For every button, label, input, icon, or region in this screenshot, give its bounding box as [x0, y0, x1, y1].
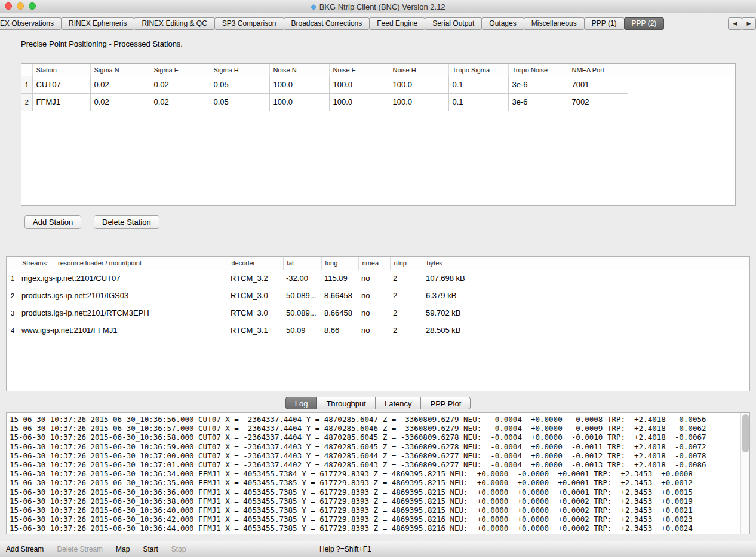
stream-bytes-cell[interactable]: 59.702 kB — [423, 304, 472, 322]
streams-col-header-bytes[interactable]: bytes — [423, 257, 472, 270]
stream-bytes-cell[interactable]: 107.698 kB — [423, 270, 472, 287]
station-cell[interactable]: 7002 — [568, 93, 628, 111]
station-col-header-sigma-n[interactable]: Sigma N — [90, 64, 150, 76]
stream-row-3[interactable]: 3products.igs-ip.net:2101/RTCM3EPHRTCM_3… — [7, 304, 749, 322]
station-cell[interactable]: 7001 — [568, 76, 628, 93]
stream-long-cell[interactable]: 8.66458 — [321, 287, 358, 304]
tab-miscellaneous[interactable]: Miscellaneous — [524, 17, 585, 30]
stream-decoder-cell[interactable]: RTCM_3.0 — [228, 287, 283, 304]
station-cell[interactable]: 100.0 — [389, 76, 448, 93]
station-col-header-tropo-noise[interactable]: Tropo Noise — [508, 64, 568, 76]
streams-resource-header[interactable]: Streams:resource loader / mountpoint — [19, 257, 228, 270]
stream-lat-cell[interactable]: -32.00 — [283, 270, 321, 287]
stream-nmea-cell[interactable]: no — [358, 322, 390, 339]
station-col-header-noise-h[interactable]: Noise H — [389, 64, 448, 76]
station-row-cut07[interactable]: 1CUT070.020.020.05100.0100.0100.00.13e-6… — [21, 76, 735, 93]
stream-long-cell[interactable]: 115.89 — [321, 270, 358, 287]
tab-outages[interactable]: Outages — [481, 17, 524, 30]
stream-lat-cell[interactable]: 50.089... — [283, 304, 321, 322]
station-cell[interactable]: 0.05 — [210, 93, 269, 111]
station-cell[interactable]: 100.0 — [329, 93, 389, 111]
view-tab-throughput[interactable]: Throughput — [316, 397, 376, 409]
station-col-header-nmea-port[interactable]: NMEA Port — [568, 64, 628, 76]
station-col-header-sigma-e[interactable]: Sigma E — [150, 64, 210, 76]
tab-feed-engine[interactable]: Feed Engine — [369, 17, 425, 30]
stream-lat-cell[interactable]: 50.09 — [283, 322, 321, 339]
tab-ex-observations[interactable]: EX Observations — [0, 17, 62, 30]
view-tab-latency[interactable]: Latency — [375, 397, 422, 409]
station-cell[interactable]: 0.05 — [210, 76, 269, 93]
stream-nmea-cell[interactable]: no — [358, 304, 390, 322]
tab-rinex-editing-qc[interactable]: RINEX Editing & QC — [134, 17, 214, 30]
station-col-header-station[interactable]: Station — [32, 64, 90, 76]
stream-decoder-cell[interactable]: RTCM_3.0 — [228, 304, 283, 322]
station-cell[interactable]: 0.02 — [90, 76, 150, 93]
stream-ntrip-cell[interactable]: 2 — [390, 270, 423, 287]
minimize-button[interactable] — [17, 2, 24, 10]
tab-sp3-comparison[interactable]: SP3 Comparison — [214, 17, 284, 30]
station-cell[interactable]: 100.0 — [269, 76, 329, 93]
tab-rinex-ephemeris[interactable]: RINEX Ephemeris — [61, 17, 134, 30]
statusbar-action-delete-stream[interactable]: Delete Stream — [57, 545, 103, 553]
tab-broadcast-corrections[interactable]: Broadcast Corrections — [284, 17, 370, 30]
zoom-button[interactable] — [29, 2, 36, 10]
station-col-header-tropo-sigma[interactable]: Tropo Sigma — [448, 64, 508, 76]
streams-col-header-ntrip[interactable]: ntrip — [390, 257, 423, 270]
stream-bytes-cell[interactable]: 6.379 kB — [423, 287, 472, 304]
station-cell[interactable]: 3e-6 — [508, 76, 568, 93]
stream-row-4[interactable]: 4www.igs-ip.net:2101/FFMJ1RTCM_3.150.098… — [7, 322, 749, 339]
streams-col-header-nmea[interactable]: nmea — [358, 257, 390, 270]
statusbar-action-stop[interactable]: Stop — [171, 545, 186, 553]
station-cell[interactable]: 0.02 — [90, 93, 150, 111]
tab-serial-output[interactable]: Serial Output — [425, 17, 482, 30]
station-cell[interactable]: 0.1 — [448, 76, 508, 93]
stream-resource-cell[interactable]: products.igs-ip.net:2101/RTCM3EPH — [19, 304, 228, 322]
station-cell[interactable]: FFMJ1 — [32, 93, 90, 111]
view-tab-log[interactable]: Log — [285, 397, 318, 409]
station-cell[interactable]: 3e-6 — [508, 93, 568, 111]
station-cell[interactable]: CUT07 — [32, 76, 90, 93]
statusbar-action-add-stream[interactable]: Add Stream — [6, 545, 44, 553]
stream-long-cell[interactable]: 8.66458 — [321, 304, 358, 322]
stream-long-cell[interactable]: 8.66 — [321, 322, 358, 339]
station-cell[interactable]: 0.02 — [150, 93, 210, 111]
tab-scroll-left-icon[interactable]: ◀ — [728, 17, 742, 30]
close-button[interactable] — [5, 2, 12, 10]
delete-station-button[interactable]: Delete Station — [94, 215, 159, 229]
stream-nmea-cell[interactable]: no — [358, 270, 390, 287]
station-cell[interactable]: 0.1 — [448, 93, 508, 111]
stream-ntrip-cell[interactable]: 2 — [390, 322, 423, 339]
station-cell[interactable]: 100.0 — [269, 93, 329, 111]
stream-ntrip-cell[interactable]: 2 — [390, 304, 423, 322]
statusbar-action-map[interactable]: Map — [116, 545, 130, 553]
stream-resource-cell[interactable]: products.igs-ip.net:2101/IGS03 — [19, 287, 228, 304]
station-col-header-noise-n[interactable]: Noise N — [269, 64, 329, 76]
stream-row-1[interactable]: 1mgex.igs-ip.net:2101/CUT07RTCM_3.2-32.0… — [7, 270, 749, 287]
station-col-header-noise-e[interactable]: Noise E — [329, 64, 389, 76]
station-cell[interactable]: 100.0 — [329, 76, 389, 93]
stream-row-2[interactable]: 2products.igs-ip.net:2101/IGS03RTCM_3.05… — [7, 287, 749, 304]
station-cell[interactable]: 0.02 — [150, 76, 210, 93]
station-cell[interactable]: 100.0 — [389, 93, 448, 111]
stream-resource-cell[interactable]: mgex.igs-ip.net:2101/CUT07 — [19, 270, 228, 287]
stream-decoder-cell[interactable]: RTCM_3.1 — [228, 322, 283, 339]
station-col-header-sigma-h[interactable]: Sigma H — [210, 64, 269, 76]
streams-col-header-lat[interactable]: lat — [283, 257, 321, 270]
log-scrollbar[interactable] — [740, 413, 749, 534]
stream-resource-cell[interactable]: www.igs-ip.net:2101/FFMJ1 — [19, 322, 228, 339]
add-station-button[interactable]: Add Station — [24, 215, 81, 229]
streams-col-header-long[interactable]: long — [321, 257, 358, 270]
station-row-ffmj1[interactable]: 2FFMJ10.020.020.05100.0100.0100.00.13e-6… — [21, 93, 735, 111]
tab-ppp-2[interactable]: PPP (2) — [624, 17, 665, 30]
view-tab-ppp-plot[interactable]: PPP Plot — [420, 397, 471, 409]
streams-col-header-decoder[interactable]: decoder — [228, 257, 283, 270]
stream-ntrip-cell[interactable]: 2 — [390, 287, 423, 304]
stream-lat-cell[interactable]: 50.089... — [283, 287, 321, 304]
stream-decoder-cell[interactable]: RTCM_3.2 — [228, 270, 283, 287]
tab-scroll-right-icon[interactable]: ▶ — [742, 17, 756, 30]
log-scrollbar-thumb[interactable] — [742, 414, 749, 452]
tab-ppp-1[interactable]: PPP (1) — [584, 17, 625, 30]
statusbar-action-start[interactable]: Start — [143, 545, 158, 553]
stream-nmea-cell[interactable]: no — [358, 287, 390, 304]
stream-bytes-cell[interactable]: 28.505 kB — [423, 322, 472, 339]
